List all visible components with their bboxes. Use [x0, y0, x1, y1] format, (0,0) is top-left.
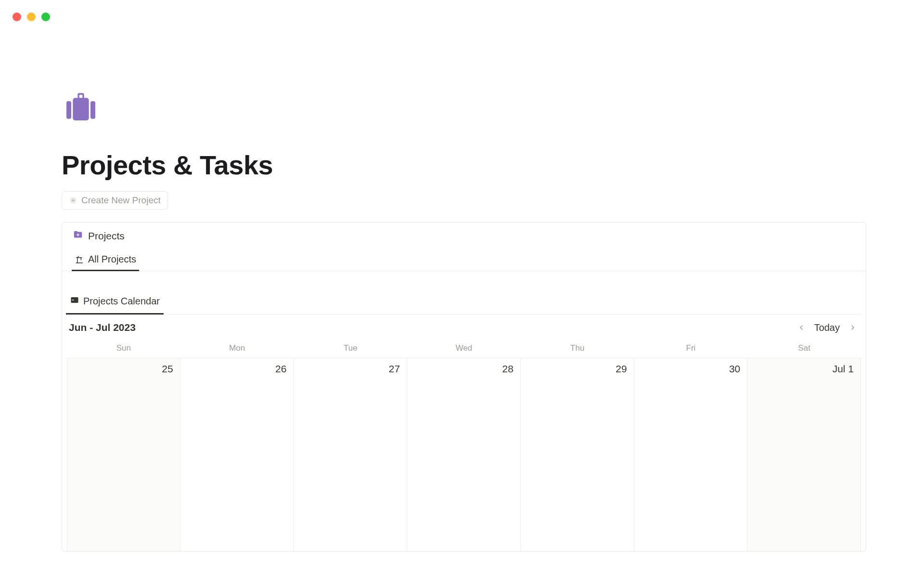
calendar-today-button[interactable]: Today	[814, 322, 840, 333]
page-title: Projects & Tasks	[62, 149, 866, 181]
calendar-day-number: 28	[502, 363, 513, 375]
crane-icon	[75, 255, 84, 264]
calendar-day-number: Jul 1	[833, 363, 854, 375]
calendar-day-cell[interactable]: 26	[180, 358, 294, 551]
calendar-day-cell[interactable]: 30	[634, 358, 748, 551]
svg-point-6	[81, 259, 82, 260]
calendar-day-cell[interactable]: 28	[407, 358, 521, 551]
calendar-day-cell[interactable]: 25	[67, 358, 180, 551]
dow-tue: Tue	[294, 341, 407, 358]
svg-rect-4	[79, 95, 83, 98]
window-traffic-lights	[13, 13, 50, 21]
tab-all-projects-label: All Projects	[88, 254, 136, 265]
calendar-week-row: 25 26 27 28 29 30 Jul 1	[67, 358, 861, 551]
dow-mon: Mon	[180, 341, 294, 358]
calendar-day-number: 26	[275, 363, 286, 375]
create-new-project-label: Create New Project	[81, 195, 161, 206]
dow-wed: Wed	[407, 341, 521, 358]
calendar-day-number: 30	[729, 363, 740, 375]
calendar-range-label: Jun - Jul 2023	[69, 322, 136, 333]
svg-rect-9	[72, 300, 74, 301]
dow-thu: Thu	[521, 341, 634, 358]
svg-rect-0	[66, 101, 71, 119]
calendar-day-cell[interactable]: 29	[521, 358, 634, 551]
card-box-icon	[70, 295, 79, 307]
svg-rect-1	[90, 101, 95, 119]
projects-tab-row: All Projects	[62, 249, 866, 271]
projects-heading-text: Projects	[88, 230, 125, 242]
svg-rect-8	[71, 297, 78, 299]
calendar-day-number: 25	[162, 363, 173, 375]
dow-fri: Fri	[634, 341, 748, 358]
dow-sat: Sat	[747, 341, 861, 358]
plus-circle-icon	[69, 196, 77, 205]
svg-rect-2	[73, 98, 89, 120]
window-minimize-button[interactable]	[27, 13, 36, 21]
projects-card: Projects All Projects	[62, 222, 866, 552]
tab-projects-calendar-label: Projects Calendar	[83, 296, 160, 307]
window-close-button[interactable]	[13, 13, 21, 21]
folder-plus-icon	[73, 229, 83, 242]
tab-all-projects[interactable]: All Projects	[73, 249, 138, 271]
dow-sun: Sun	[67, 341, 180, 358]
calendar-prev-button[interactable]	[795, 321, 808, 334]
calendar-dow-row: Sun Mon Tue Wed Thu Fri Sat	[67, 341, 861, 358]
calendar-tab-row: Projects Calendar	[67, 290, 861, 315]
projects-heading: Projects	[62, 223, 866, 246]
calendar-day-number: 29	[616, 363, 627, 375]
calendar-day-cell[interactable]: Jul 1	[747, 358, 861, 551]
calendar-day-cell[interactable]: 27	[294, 358, 407, 551]
tab-projects-calendar[interactable]: Projects Calendar	[67, 290, 163, 314]
create-new-project-button[interactable]: Create New Project	[62, 191, 168, 210]
window-zoom-button[interactable]	[41, 13, 50, 21]
calendar-day-number: 27	[389, 363, 400, 375]
briefcase-icon	[62, 87, 866, 125]
calendar-next-button[interactable]	[847, 321, 859, 334]
